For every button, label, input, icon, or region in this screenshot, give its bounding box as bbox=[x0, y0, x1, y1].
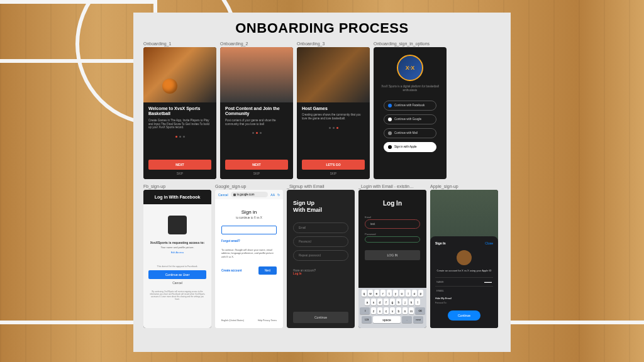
repeat-password-input[interactable]: Repeat password bbox=[293, 250, 348, 261]
skip-button[interactable]: SKIP bbox=[225, 172, 288, 175]
go-key: next bbox=[413, 316, 423, 323]
hide-email-option[interactable]: Hide My Email bbox=[435, 295, 493, 302]
next-key: . bbox=[402, 316, 412, 323]
continue-button[interactable]: Continue bbox=[293, 312, 348, 323]
next-button[interactable]: NEXT bbox=[225, 160, 288, 170]
next-button[interactable]: Next bbox=[258, 266, 277, 275]
facebook-icon bbox=[388, 104, 392, 107]
mail-icon bbox=[388, 131, 392, 135]
app-tagline: XvsX Sports is a digital platform for ba… bbox=[379, 85, 441, 92]
screen-label: Onboarding_2 bbox=[220, 41, 293, 46]
app-icon bbox=[168, 216, 187, 234]
url-bar[interactable]: ts.google.com bbox=[231, 192, 269, 197]
text-size-icon[interactable]: AA bbox=[270, 193, 275, 197]
fb-title: Log in With Facebook bbox=[143, 190, 211, 204]
sheet-title: Sign In bbox=[435, 241, 446, 245]
forgot-email-link[interactable]: Forgot email? bbox=[221, 239, 277, 243]
fb-note: This doesn't let the app post to Faceboo… bbox=[157, 265, 198, 268]
onboarding-heading: Host Games bbox=[302, 106, 365, 111]
refresh-icon[interactable]: ↻ bbox=[277, 193, 280, 197]
cancel-button[interactable]: Cancel bbox=[218, 193, 228, 197]
password-label: Password bbox=[365, 233, 420, 236]
google-signup-screen: Cancel ts.google.com AA ↻ Sign in to con… bbox=[215, 190, 283, 328]
skip-button[interactable]: SKIP bbox=[148, 172, 211, 175]
close-button[interactable]: Close bbox=[485, 241, 493, 245]
signup-heading: Sign Up With Email bbox=[293, 200, 348, 214]
footer-links[interactable]: Help Privacy Terms bbox=[258, 319, 277, 322]
skip-button[interactable]: SKIP bbox=[302, 172, 365, 175]
space-key: space bbox=[373, 316, 401, 323]
row-providers: Fb_sign-up Log in With Facebook XvsXSpor… bbox=[143, 184, 501, 328]
signin-options-screen: X·X XvsX Sports is a digital platform fo… bbox=[374, 47, 447, 179]
hero-image bbox=[297, 47, 370, 102]
screen-label: Apple_sign-up bbox=[430, 184, 498, 189]
cancel-button[interactable]: Cancel bbox=[172, 281, 182, 285]
create-account-link[interactable]: Create account bbox=[221, 269, 242, 272]
backspace-key: ⌫ bbox=[415, 307, 425, 314]
screen-label: Onboarding_3 bbox=[297, 41, 370, 46]
shift-key: ⇧ bbox=[360, 307, 370, 314]
facebook-signup-screen: Log in With Facebook XvsXSports is reque… bbox=[143, 190, 211, 328]
fb-scope-text: Your name and profile picture. bbox=[160, 246, 194, 249]
next-button[interactable]: NEXT bbox=[148, 160, 211, 170]
onboarding-3-screen: Host Games Creating games shows the comm… bbox=[297, 47, 370, 179]
keyboard[interactable]: qwertyuiop asdfghjkl ⇧zxcvbnm⌫ 123space.… bbox=[358, 288, 426, 328]
continue-button[interactable]: Continue bbox=[448, 310, 480, 321]
email-label: Email bbox=[365, 216, 420, 219]
screen-label: Onboarding_sign_in_options bbox=[374, 41, 447, 46]
onboarding-subtext: Creating games shows the community that … bbox=[302, 113, 365, 121]
login-button[interactable]: LOG IN bbox=[365, 250, 420, 260]
page-indicator bbox=[302, 127, 365, 129]
fb-disclaimer: By continuing, XvsXSports will receive o… bbox=[148, 291, 206, 301]
email-input[interactable]: test bbox=[365, 219, 420, 229]
page-indicator bbox=[148, 136, 211, 138]
fb-request-text: XvsXSports is requesting access to: bbox=[150, 241, 204, 244]
password-input[interactable]: Password bbox=[293, 236, 348, 247]
lock-icon bbox=[233, 194, 236, 196]
google-subtext: to continue to X vs X bbox=[221, 216, 277, 219]
google-consent-text: To continue, Google will share your name… bbox=[221, 249, 277, 259]
screen-label: Onboarding_1 bbox=[143, 41, 216, 46]
onboarding-heading: Post Content and Join the Community bbox=[225, 106, 288, 117]
page-title: ONBOARDING PROCESS bbox=[143, 20, 501, 36]
row-onboarding: Onboarding_1 Welcome to XvsX Sports Bask… bbox=[143, 41, 501, 179]
hero-image bbox=[143, 47, 216, 102]
apple-signin-sheet: Sign In Close Create an account for X vs… bbox=[430, 236, 498, 328]
forward-to-text: Forward To: bbox=[435, 302, 493, 304]
screen-label: Google_sign-up bbox=[215, 184, 283, 189]
email-input[interactable]: Email bbox=[293, 222, 348, 233]
login-link[interactable]: Log In bbox=[293, 272, 348, 275]
email-login-screen: Log In Email test Password LOG IN qwerty… bbox=[358, 190, 426, 328]
email-row[interactable]: EMAIL bbox=[435, 286, 493, 295]
numeric-key: 123 bbox=[362, 316, 372, 323]
signin-apple-button[interactable]: Sign in with Apple bbox=[384, 142, 436, 152]
presentation-panel: ONBOARDING PROCESS Onboarding_1 Welcome … bbox=[133, 13, 511, 352]
onboarding-heading: Welcome to XvsX Sports Basketball bbox=[148, 106, 211, 117]
language-selector[interactable]: English (United States) bbox=[221, 319, 244, 322]
continue-mail-button[interactable]: Continue with Mail bbox=[384, 128, 436, 138]
hero-image bbox=[220, 47, 293, 102]
name-row[interactable]: NAME▬▬▬ bbox=[435, 277, 493, 286]
screen-label: _Login with Email - existin… bbox=[358, 184, 426, 189]
app-logo: X·X bbox=[397, 55, 423, 81]
google-heading: Sign in bbox=[221, 209, 277, 215]
continue-as-button[interactable]: Continue as User bbox=[148, 270, 206, 279]
screen-label: Fb_sign-up bbox=[143, 184, 211, 189]
edit-access-link[interactable]: Edit Access bbox=[171, 251, 184, 254]
onboarding-subtext: Create Games in The App, Invite Players … bbox=[148, 119, 211, 130]
onboarding-1-screen: Welcome to XvsX Sports Basketball Create… bbox=[143, 47, 216, 179]
password-input[interactable] bbox=[365, 236, 420, 243]
onboarding-2-screen: Post Content and Join the Community Post… bbox=[220, 47, 293, 179]
continue-google-button[interactable]: Continue with Google bbox=[384, 114, 436, 124]
onboarding-subtext: Post content of your game and show the c… bbox=[225, 119, 288, 126]
login-heading: Log In bbox=[365, 200, 420, 207]
apple-icon bbox=[388, 145, 392, 149]
email-signup-screen: Sign Up With Email Email Password Repeat… bbox=[287, 190, 355, 328]
apple-message: Create an account for X vs X using your … bbox=[435, 269, 493, 272]
page-indicator bbox=[225, 132, 288, 134]
email-input[interactable] bbox=[221, 226, 277, 234]
lets-go-button[interactable]: LET'S GO bbox=[302, 160, 365, 170]
google-icon bbox=[388, 118, 392, 121]
continue-facebook-button[interactable]: Continue with Facebook bbox=[384, 101, 436, 111]
browser-bar: Cancel ts.google.com AA ↻ bbox=[215, 190, 283, 199]
